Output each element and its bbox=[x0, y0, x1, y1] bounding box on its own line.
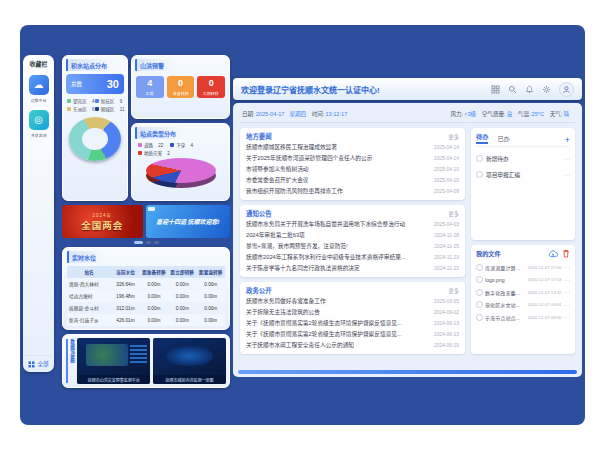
checkbox[interactable] bbox=[476, 276, 483, 283]
pie-chart-3d bbox=[146, 158, 216, 190]
legend-item: 东洲区 6 bbox=[67, 106, 95, 112]
info-bar: 日期:2025-04-17星期四 时间:13:12:17 风力:<3级 空气质量… bbox=[240, 108, 575, 123]
panel-mountain-flood-warning: 山洪预警 4 正常 0 准备转移 0 立即转移 bbox=[131, 55, 230, 119]
pie-legend: 道路 22 下穿 4 地质灾害 2 bbox=[138, 142, 226, 156]
todo-panel: 待办 已办 + 新增待办 项目申报汇编 bbox=[471, 128, 575, 240]
cloud-upload-icon[interactable] bbox=[548, 250, 558, 258]
sidebar-item-label: 共享监测 bbox=[31, 132, 47, 137]
carousel-dot[interactable] bbox=[154, 241, 159, 244]
trash-icon[interactable] bbox=[562, 249, 570, 258]
more-link[interactable]: 更多 bbox=[449, 210, 459, 217]
tab-done[interactable]: 已办 bbox=[497, 134, 509, 144]
section-notices: 通知公告 更多 抚顺市水务局关于开展洗车场私自凿井盗用地下水综合整治行动2025… bbox=[240, 205, 465, 277]
welcome-text: 欢迎登录辽宁省抚顺水文统一认证中心! bbox=[241, 84, 380, 95]
checkbox[interactable] bbox=[476, 264, 483, 271]
thumbnail-urban-waterlogging-map[interactable]: 抚顺市城区内涝监测一张图 bbox=[153, 338, 226, 384]
cloud-icon: ☁ bbox=[29, 75, 49, 95]
apps-icon[interactable] bbox=[491, 85, 500, 94]
news-item[interactable]: 关于2025年抚顺市河道采砂管理四个责任人的公示2025-04-14 bbox=[246, 153, 459, 162]
item-menu-icon[interactable] bbox=[564, 277, 571, 283]
file-item[interactable]: 库流流量计算... 2020-12-07 17:06 bbox=[476, 264, 570, 271]
sidebar-item-ops-platform[interactable]: ☁ 运维平台 bbox=[29, 75, 49, 103]
table-header-row: 站名当前水位 距准备转移距立即转移 距紧急转移 bbox=[67, 266, 225, 278]
more-link[interactable]: 更多 bbox=[449, 133, 459, 140]
total-value: 30 bbox=[107, 78, 119, 90]
todo-item[interactable]: 项目申报汇编 bbox=[476, 170, 570, 179]
legend-item: 新抚区 9 bbox=[95, 98, 125, 104]
item-menu-icon[interactable] bbox=[564, 302, 571, 308]
table-row: 清原-西大林村326.64m 0.00m0.00m 0.00m bbox=[67, 278, 225, 290]
item-menu-icon[interactable] bbox=[564, 314, 571, 320]
section-title: 通知公告 bbox=[246, 209, 272, 218]
news-item[interactable]: 市委常委会召开扩大会议2025-04-10 bbox=[246, 175, 459, 184]
weather-info: 风力:<3级 空气质量:良 气温:25°C 天气:晴 bbox=[450, 110, 573, 118]
sidebar-item-label: 运维平台 bbox=[31, 97, 47, 102]
file-item[interactable]: 数字化改革重... 2020-12-07 13:32 bbox=[476, 289, 570, 296]
news-item[interactable]: 关于抚顺市水闸工程安全责任人公示的通知2024-06-19 bbox=[246, 340, 459, 349]
welcome-bar: 欢迎登录辽宁省抚顺水文统一认证中心! bbox=[233, 78, 582, 100]
legend-item: 道路 22 bbox=[138, 142, 163, 148]
banner-carousel: 2024年 全国两会 喜迎十四运 抚顺欢迎您! bbox=[62, 205, 230, 238]
banner-logo bbox=[148, 207, 155, 211]
app-window: 收藏栏 ☁ 运维平台 ◎ 共享监测 全部 积水站点分布 总数 30 望花区 4 bbox=[20, 25, 585, 425]
news-item[interactable]: 关于《抚顺市贯彻落实第2轮省级生态环境保护督察反馈意见...2024-06-13 bbox=[246, 318, 459, 327]
item-menu-icon[interactable] bbox=[564, 264, 571, 270]
section-title: 地方要闻 bbox=[246, 132, 272, 141]
news-item[interactable]: 抚顺市水务局关于开展洗车场私自凿井盗用地下水综合整治行动2025-04-03 bbox=[246, 219, 459, 228]
thumbnail-chart-graphic bbox=[130, 345, 146, 363]
news-item[interactable]: 抚顺市水务局做好春灌准备工作2025-03-05 bbox=[246, 296, 459, 305]
sidebar-item-shared-monitoring[interactable]: ◎ 共享监测 bbox=[29, 110, 49, 138]
panel-title: 站点类型分布 bbox=[135, 127, 184, 139]
checkbox[interactable] bbox=[476, 289, 483, 296]
header-actions bbox=[491, 82, 574, 97]
legend-item: 下穿 4 bbox=[170, 142, 193, 148]
add-todo-button[interactable]: + bbox=[565, 137, 570, 144]
item-menu-icon[interactable] bbox=[564, 156, 571, 162]
banner-games-welcome[interactable]: 喜迎十四运 抚顺欢迎您! bbox=[146, 205, 231, 238]
warning-boxes: 4 正常 0 准备转移 0 立即转移 bbox=[135, 76, 226, 98]
news-item[interactable]: 关于拆除无主违法建筑的公告2024-09-02 bbox=[246, 307, 459, 316]
water-level-table: 站名当前水位 距准备转移距立即转移 距紧急转移 清原-西大林村326.64m 0… bbox=[67, 266, 225, 326]
sidebar-all-button[interactable]: 全部 bbox=[25, 355, 52, 368]
panel-data-cockpit: 数据驾驶舱 抚顺市山洪灾害预警监测平台 抚顺市城区内涝监测一张图 bbox=[62, 334, 230, 388]
item-menu-icon[interactable] bbox=[564, 289, 571, 295]
todo-item[interactable]: 新增待办 bbox=[476, 154, 570, 163]
total-label: 总数 bbox=[71, 80, 82, 88]
news-item[interactable]: 抚顺市顺城区移民工程治理成效显著2025-04-14 bbox=[246, 142, 459, 151]
checkbox[interactable] bbox=[476, 301, 483, 308]
more-link[interactable]: 更多 bbox=[449, 287, 459, 294]
news-item[interactable]: 暴雪+寒潮，我市两预警齐发，注意防范!2024-11-25 bbox=[246, 241, 459, 250]
section-local-news: 地方要闻 更多 抚顺市顺城区移民工程治理成效显著2025-04-14 关于202… bbox=[240, 128, 465, 200]
news-item[interactable]: 关于《抚顺市贯彻落实第2轮省级生态环境保护督察反馈意见...2024-06-13 bbox=[246, 329, 459, 338]
news-item[interactable]: 关于陈彦学等十九名同志行政执法资格的决定2024-11-22 bbox=[246, 263, 459, 272]
news-item[interactable]: 2024年审批第二批63项2024-11-28 bbox=[246, 230, 459, 239]
carousel-dot[interactable] bbox=[146, 241, 151, 244]
files-title: 我的文件 bbox=[476, 249, 501, 258]
monitor-icon: ◎ bbox=[29, 110, 49, 130]
banner-two-sessions[interactable]: 2024年 全国两会 bbox=[62, 205, 143, 238]
file-item[interactable]: logo.png 2020-12-07 17:03 bbox=[476, 276, 570, 283]
news-item[interactable]: 我市组织开展防汛风险隐患再排查工作2025-04-09 bbox=[246, 186, 459, 195]
pie-top-face bbox=[146, 158, 216, 183]
search-icon[interactable] bbox=[508, 85, 517, 94]
item-menu-icon[interactable] bbox=[564, 172, 571, 178]
legend-item: 望花区 4 bbox=[67, 98, 95, 104]
warning-box-prepare: 0 准备转移 bbox=[167, 76, 195, 98]
carousel-dot-active[interactable] bbox=[134, 241, 143, 244]
checkbox[interactable] bbox=[476, 171, 483, 178]
news-item[interactable]: 市领导参加义务植树活动2025-04-10 bbox=[246, 164, 459, 173]
file-item[interactable]: 章化区水文站... 2020-12-07 09:01 bbox=[476, 301, 570, 308]
gear-icon[interactable] bbox=[542, 85, 551, 94]
checkbox[interactable] bbox=[476, 155, 483, 162]
bell-icon[interactable] bbox=[525, 85, 534, 94]
thumbnail-mountain-flood-platform[interactable]: 抚顺市山洪灾害预警监测平台 bbox=[77, 338, 150, 384]
avatar[interactable] bbox=[559, 82, 574, 97]
file-item[interactable]: 宁海节点站点... 2020-12-07 09:00 bbox=[476, 314, 570, 321]
checkbox[interactable] bbox=[476, 314, 483, 321]
news-item[interactable]: 抚顺市2024年工程系列水利行业中初级专业技术资格评审结果...2024-11-… bbox=[246, 252, 459, 261]
sidebar-all-label: 全部 bbox=[37, 360, 48, 368]
tab-todo[interactable]: 待办 bbox=[476, 132, 488, 144]
section-title: 政务公开 bbox=[246, 286, 272, 295]
datetime-info: 日期:2025-04-17星期四 时间:13:12:17 bbox=[242, 110, 351, 118]
legend-item: 顺城区 11 bbox=[95, 106, 125, 112]
